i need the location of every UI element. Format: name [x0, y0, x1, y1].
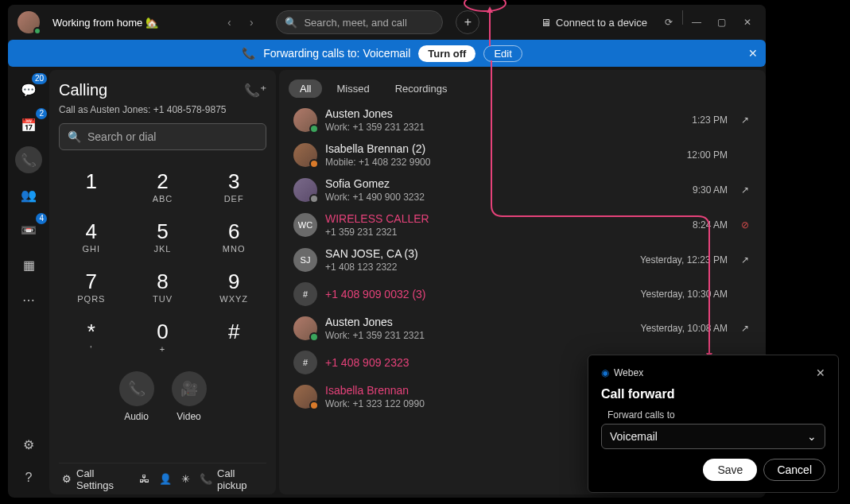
- edit-button[interactable]: Edit: [483, 45, 522, 62]
- forward-target-select[interactable]: Voicemail ⌄: [601, 424, 825, 449]
- dialpad-key-num: 6: [228, 219, 239, 244]
- call-settings-button[interactable]: ⚙Call Settings: [62, 467, 130, 491]
- title-bar: Working from home 🏡 ‹ › 🔍 Search, meet, …: [8, 5, 766, 40]
- row-info: Sofia GomezWork: +1 490 900 3232: [325, 177, 685, 203]
- contact-avatar: [293, 108, 317, 132]
- history-row[interactable]: Austen JonesWork: +1 359 231 2321Yesterd…: [289, 311, 756, 346]
- outgoing-call-icon: ↗: [739, 254, 751, 266]
- row-info: Austen JonesWork: +1 359 231 2321: [325, 316, 633, 341]
- contact-detail: Work: +1 359 231 2321: [325, 122, 684, 133]
- dialpad-key-*[interactable]: *': [59, 315, 124, 359]
- dialog-label: Forward calls to: [607, 409, 825, 421]
- dialpad-key-sub: GHI: [83, 244, 101, 254]
- calendar-badge: 2: [36, 108, 47, 119]
- nav-forward-button[interactable]: ›: [241, 12, 262, 33]
- queue-icon-1[interactable]: 🖧: [139, 473, 149, 485]
- call-time: 1:23 PM: [692, 114, 728, 126]
- search-icon: 🔍: [68, 130, 81, 143]
- banner-close-button[interactable]: ✕: [748, 47, 758, 60]
- contact-detail: Mobile: +1 408 232 9900: [325, 157, 679, 168]
- row-info: SAN JOSE, CA (3)+1 408 123 2322: [325, 247, 632, 273]
- new-call-icon[interactable]: 📞⁺: [244, 83, 266, 98]
- history-row[interactable]: Austen JonesWork: +1 359 231 23211:23 PM…: [289, 103, 756, 138]
- dialog-close-button[interactable]: ✕: [816, 366, 825, 379]
- rail-more[interactable]: ⋯: [15, 286, 42, 313]
- banner-text: Forwarding calls to: Voicemail: [263, 47, 410, 60]
- dialpad-key-num: 4: [86, 219, 97, 244]
- dialpad-key-2[interactable]: 2ABC: [130, 165, 196, 208]
- gear-icon: ⚙: [62, 473, 72, 485]
- dialpad-key-#[interactable]: #: [201, 315, 266, 359]
- call-time: Yesterday, 10:08 AM: [641, 323, 728, 334]
- add-button[interactable]: +: [456, 10, 479, 34]
- contact-avatar: [293, 143, 317, 167]
- device-icon: 🖥: [541, 17, 551, 29]
- rail-settings[interactable]: ⚙: [15, 431, 42, 458]
- video-call-button[interactable]: 🎥: [172, 371, 207, 406]
- contact-name: Isabella Brennan (2): [325, 142, 679, 155]
- search-dial-input[interactable]: 🔍 Search or dial: [59, 123, 266, 150]
- connect-device-button[interactable]: 🖥 Connect to a device: [541, 17, 647, 29]
- global-search-input[interactable]: 🔍 Search, meet, and call: [276, 10, 443, 34]
- queue-icon-2[interactable]: 👤: [159, 473, 172, 485]
- audio-call-button[interactable]: 📞: [119, 371, 154, 406]
- history-row[interactable]: WCWIRELESS CALLER+1 359 231 23218:24 AM⊘: [289, 207, 756, 242]
- rail-chat[interactable]: 💬20: [15, 76, 42, 103]
- queue-icon-3[interactable]: ✳: [181, 473, 190, 485]
- rail-calling[interactable]: 📞: [15, 146, 42, 173]
- rail-contacts[interactable]: 👥: [15, 181, 42, 208]
- rail-help[interactable]: ?: [15, 464, 42, 491]
- dialpad: 12ABC3DEF4GHI5JKL6MNO7PQRS8TUV9WXYZ*'0+#: [59, 165, 266, 359]
- phone-forward-icon: 📞: [242, 47, 255, 60]
- call-forward-dialog: ◉ Webex ✕ Call forward Forward calls to …: [588, 355, 839, 493]
- dialpad-key-6[interactable]: 6MNO: [201, 215, 266, 258]
- status-text[interactable]: Working from home 🏡: [52, 17, 158, 29]
- minimize-button[interactable]: —: [685, 10, 708, 34]
- dialpad-key-0[interactable]: 0+: [130, 315, 196, 359]
- outgoing-call-icon: ↗: [739, 114, 751, 126]
- search-dial-placeholder: Search or dial: [87, 130, 156, 143]
- dialpad-key-7[interactable]: 7PQRS: [59, 265, 124, 308]
- dialpad-key-num: 2: [157, 169, 168, 194]
- dialpad-key-8[interactable]: 8TUV: [130, 265, 196, 308]
- dialpad-key-num: 9: [228, 269, 239, 294]
- cancel-button[interactable]: Cancel: [763, 459, 825, 481]
- dialpad-key-4[interactable]: 4GHI: [59, 215, 124, 258]
- save-button[interactable]: Save: [703, 459, 757, 481]
- dialpad-key-sub: MNO: [223, 244, 246, 254]
- history-row[interactable]: Isabella Brennan (2)Mobile: +1 408 232 9…: [289, 138, 756, 173]
- dialpad-key-sub: PQRS: [77, 294, 105, 304]
- rail-calendar[interactable]: 📅2: [15, 111, 42, 138]
- row-info: WIRELESS CALLER+1 359 231 2321: [325, 212, 685, 238]
- user-avatar[interactable]: [17, 11, 40, 33]
- refresh-icon[interactable]: ⟳: [657, 10, 681, 34]
- rail-voicemail[interactable]: 📼4: [15, 216, 42, 243]
- call-pickup-button[interactable]: 📞Call pickup: [200, 467, 263, 491]
- presence-mini: [309, 124, 319, 134]
- dialpad-key-num: 3: [228, 169, 239, 194]
- calling-footer: ⚙Call Settings 🖧 👤 ✳ 📞Call pickup: [59, 463, 266, 494]
- tab-missed[interactable]: Missed: [325, 79, 380, 98]
- history-row[interactable]: #+1 408 909 0032 (3)Yesterday, 10:30 AM: [289, 277, 756, 311]
- maximize-button[interactable]: ▢: [710, 10, 734, 34]
- rail-apps[interactable]: ▦: [15, 251, 42, 278]
- dialpad-key-3[interactable]: 3DEF: [201, 165, 266, 208]
- dialpad-key-num: 0: [157, 320, 168, 344]
- history-row[interactable]: SJSAN JOSE, CA (3)+1 408 123 2322Yesterd…: [289, 242, 756, 277]
- history-row[interactable]: Sofia GomezWork: +1 490 900 32329:30 AM↗: [289, 173, 756, 207]
- turn-off-button[interactable]: Turn off: [418, 45, 475, 62]
- nav-back-button[interactable]: ‹: [219, 12, 239, 33]
- row-info: Austen JonesWork: +1 359 231 2321: [325, 107, 684, 133]
- contact-detail: Work: +1 359 231 2321: [325, 330, 633, 341]
- chevron-down-icon: ⌄: [807, 430, 817, 443]
- tab-all[interactable]: All: [289, 79, 322, 98]
- voicemail-badge: 4: [36, 213, 47, 224]
- dialpad-key-num: *: [87, 320, 95, 344]
- dialpad-key-5[interactable]: 5JKL: [130, 215, 196, 258]
- contact-name: Austen Jones: [325, 316, 633, 328]
- tab-recordings[interactable]: Recordings: [384, 79, 459, 98]
- dialpad-key-9[interactable]: 9WXYZ: [201, 265, 266, 308]
- close-button[interactable]: ✕: [736, 10, 759, 34]
- dialpad-key-1[interactable]: 1: [59, 165, 124, 208]
- dialpad-key-num: 7: [86, 269, 97, 294]
